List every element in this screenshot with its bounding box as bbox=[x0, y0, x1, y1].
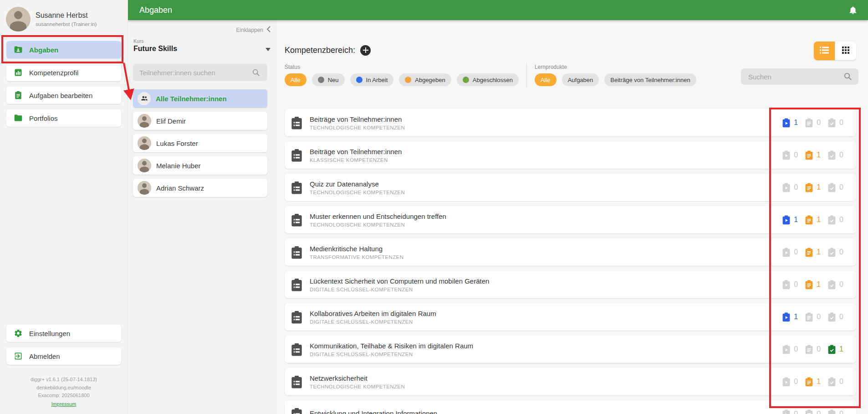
abgegeben-counter: 1 bbox=[804, 182, 821, 193]
status-filter-group: Status Alle Neu In Arbeit Abgegeben Abge… bbox=[285, 64, 519, 86]
counter-value: 1 bbox=[817, 378, 821, 386]
counter-value: 1 bbox=[794, 119, 798, 127]
list-view-button[interactable] bbox=[814, 41, 835, 60]
status-filter-label: Status bbox=[285, 64, 519, 70]
submission-row[interactable]: Netzwerksicherheit TECHNOLOGISCHE KOMPET… bbox=[285, 368, 856, 395]
submission-row[interactable]: Lückentext Sicherheit von Computern und … bbox=[285, 271, 856, 298]
counter-value: 0 bbox=[817, 313, 821, 321]
filter-chip[interactable]: Alle bbox=[535, 73, 557, 86]
clipboard-play-icon bbox=[781, 409, 791, 414]
row-title: Quiz zur Datenanalyse bbox=[310, 180, 405, 188]
in-arbeit-counter: 0 bbox=[781, 377, 798, 387]
submission-row[interactable]: Medienkritische Haltung TRANSFORMATIVE K… bbox=[285, 238, 856, 266]
submission-row[interactable]: Kommunikation, Teilhabe & Risiken im dig… bbox=[285, 336, 856, 363]
sidebar-item-aufgaben-bearbeiten[interactable]: Aufgaben bearbeiten bbox=[6, 87, 121, 104]
counter-value: 0 bbox=[794, 151, 798, 159]
submission-row[interactable]: Beiträge von Teilnehmer:innen TECHNOLOGI… bbox=[285, 109, 856, 136]
clipboard-play-icon bbox=[781, 215, 791, 225]
user-name: Susanne Herbst bbox=[36, 11, 97, 20]
search-icon bbox=[252, 68, 260, 78]
clipboard-play-icon bbox=[781, 279, 791, 290]
user-avatar bbox=[6, 7, 31, 31]
submission-row[interactable]: Kollaboratives Arbeiten im digitalen Rau… bbox=[285, 303, 856, 331]
submission-row[interactable]: Beiträge von Teilnehmer:innen KLASSISCHE… bbox=[285, 141, 856, 169]
sidebar-item-abmelden[interactable]: Abmelden bbox=[6, 347, 121, 365]
filter-chip[interactable]: Alle bbox=[285, 73, 306, 86]
all-participants-label: Alle Teilnehmer:innen bbox=[156, 95, 227, 103]
list-icon bbox=[820, 47, 829, 56]
filter-chip[interactable]: Beiträge von Teilnehmer:innen bbox=[604, 73, 696, 86]
in-arbeit-counter: 0 bbox=[781, 344, 798, 355]
counter-value: 1 bbox=[794, 216, 798, 224]
sidebar-item-abgaben[interactable]: Abgaben bbox=[6, 41, 121, 58]
submissions-search-input[interactable] bbox=[741, 68, 858, 85]
counter-value: 0 bbox=[839, 119, 843, 127]
counter-value: 0 bbox=[794, 378, 798, 386]
clipboard-play-icon bbox=[781, 312, 791, 322]
abgeschlossen-counter: 0 bbox=[827, 377, 843, 387]
counter-value: 0 bbox=[839, 378, 843, 386]
lernprodukte-filter-label: Lernprodukte bbox=[535, 64, 696, 70]
grid-view-button[interactable] bbox=[835, 41, 856, 60]
row-title: Netzwerksicherheit bbox=[310, 374, 405, 382]
row-subtitle: TECHNOLOGISCHE KOMPETENZEN bbox=[310, 384, 405, 389]
filter-chip[interactable]: Abgeschlossen bbox=[457, 73, 519, 86]
row-title: Entwicklung und Integration Informatione… bbox=[310, 409, 437, 414]
participant-name: Melanie Huber bbox=[156, 162, 201, 170]
filter-chip[interactable]: Aufgaben bbox=[562, 73, 599, 86]
clipboard-lines-icon bbox=[804, 247, 814, 258]
in-arbeit-counter: 1 bbox=[781, 312, 798, 322]
filter-chip[interactable]: Neu bbox=[312, 73, 345, 86]
collapse-button[interactable]: Einklappen bbox=[236, 26, 271, 34]
in-arbeit-counter: 0 bbox=[781, 247, 798, 258]
row-subtitle: TECHNOLOGISCHE KOMPETENZEN bbox=[310, 190, 405, 195]
participant-item[interactable]: Lukas Forster bbox=[133, 134, 267, 152]
sidebar-item-portfolios[interactable]: Portfolios bbox=[6, 109, 121, 127]
sidebar-item-einstellungen[interactable]: Einstellungen bbox=[6, 325, 121, 342]
chip-dot bbox=[356, 77, 363, 83]
counter-value: 0 bbox=[839, 216, 843, 224]
section-title: Kompetenzbereich: bbox=[285, 46, 355, 55]
participant-item[interactable]: Adrian Schwarz bbox=[133, 179, 267, 197]
abgeschlossen-counter: 0 bbox=[827, 409, 843, 414]
participant-search-input[interactable] bbox=[133, 64, 267, 81]
course-dropdown[interactable]: Future Skills bbox=[133, 45, 271, 53]
abgeschlossen-counter: 0 bbox=[827, 279, 843, 290]
plus-icon bbox=[363, 47, 368, 55]
row-subtitle: KLASSISCHE KOMPETENZEN bbox=[310, 157, 402, 163]
filter-chip[interactable]: Abgegeben bbox=[399, 73, 451, 86]
row-title: Muster erkennen und Entscheidungen treff… bbox=[310, 212, 446, 220]
submission-row[interactable]: Muster erkennen und Entscheidungen treff… bbox=[285, 206, 856, 233]
participant-item[interactable]: Elif Demir bbox=[133, 112, 267, 130]
impressum-link[interactable]: Impressum bbox=[51, 400, 76, 409]
participant-item[interactable]: Melanie Huber bbox=[133, 156, 267, 175]
page-title: Abgaben bbox=[139, 5, 172, 15]
row-title: Medienkritische Haltung bbox=[310, 245, 403, 253]
clipboard-lines-icon bbox=[804, 182, 814, 193]
submission-row[interactable]: Quiz zur Datenanalyse TECHNOLOGISCHE KOM… bbox=[285, 174, 856, 201]
chip-label: Abgeschlossen bbox=[473, 77, 513, 83]
row-subtitle: TRANSFORMATIVE KOMPETENZEN bbox=[310, 254, 403, 260]
chevron-left-icon bbox=[266, 26, 271, 34]
add-competence-button[interactable] bbox=[360, 45, 371, 56]
all-participants-item[interactable]: Alle Teilnehmer:innen bbox=[133, 89, 267, 108]
notification-bell-icon[interactable] bbox=[848, 5, 858, 15]
assignment-icon bbox=[291, 149, 303, 162]
chip-label: Alle bbox=[291, 77, 301, 83]
abgeschlossen-counter: 0 bbox=[827, 312, 843, 322]
chip-label: Aufgaben bbox=[568, 77, 593, 83]
filter-chip[interactable]: In Arbeit bbox=[350, 73, 394, 86]
abgeschlossen-counter: 1 bbox=[827, 344, 843, 355]
clipboard-icon bbox=[14, 91, 23, 100]
sidebar-item-label: Portfolios bbox=[29, 114, 58, 122]
submission-row[interactable]: Entwicklung und Integration Informatione… bbox=[285, 400, 856, 414]
clipboard-lines-icon bbox=[804, 312, 814, 322]
row-counters: 1 0 0 bbox=[781, 312, 856, 322]
abgegeben-counter: 0 bbox=[804, 312, 821, 322]
counter-value: 0 bbox=[839, 248, 843, 256]
exacomp-version-text: Exacomp: 2025061800 bbox=[0, 392, 128, 400]
sidebar-item-kompetenzprofil[interactable]: Kompetenzprofil bbox=[6, 64, 121, 81]
folder-user-icon bbox=[14, 45, 23, 54]
abgeschlossen-counter: 0 bbox=[827, 247, 843, 258]
counter-value: 1 bbox=[839, 345, 843, 353]
